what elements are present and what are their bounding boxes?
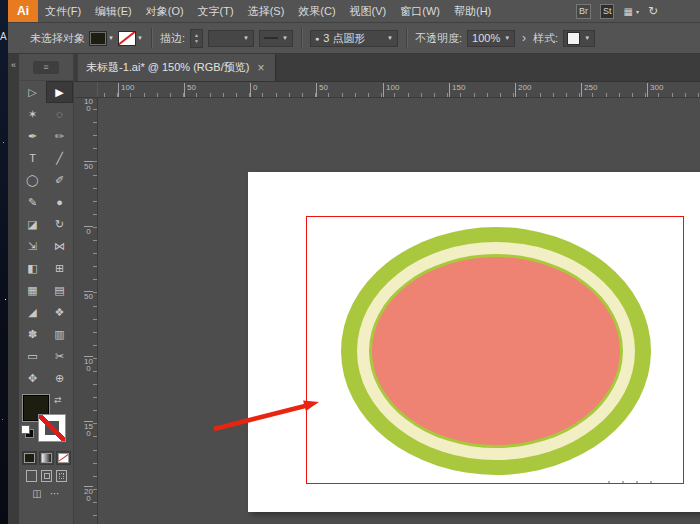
page-tiling-dot [650,481,652,483]
menu-window[interactable]: 窗口(W) [393,0,447,22]
menu-object[interactable]: 对象(O) [139,0,191,22]
stroke-swatch[interactable] [39,415,65,441]
watermelon-flesh-ellipse[interactable] [369,254,623,448]
blob-brush-tool[interactable]: ● [46,191,73,213]
fill-color-control[interactable]: ▼ [90,32,114,45]
toolbar-bottom: ◫ ⋯ [19,488,73,499]
swap-fill-stroke-icon[interactable]: ⇄ [54,395,62,405]
bridge-button[interactable]: Br [576,4,591,19]
workspace-grid-icon: ▦ [623,6,632,17]
draw-normal-button[interactable] [26,470,37,482]
symbol-sprayer-tool[interactable]: ✽ [19,323,46,345]
eyedropper-tool[interactable]: ◢ [19,301,46,323]
menu-effect[interactable]: 效果(C) [291,0,342,22]
opacity-combo[interactable]: 100% ▼ [467,30,515,47]
chevron-down-icon: ▾ [636,8,639,15]
workspace-switcher[interactable]: ▦ ▾ [623,6,638,17]
pencil-tool[interactable]: ✎ [19,191,46,213]
menu-type[interactable]: 文字(T) [191,0,241,22]
line-segment-tool[interactable]: ╱ [46,147,73,169]
color-button[interactable] [22,451,37,465]
zoom-tool[interactable]: ⊕ [46,367,73,389]
h-ruler-label: 100 [383,83,399,97]
draw-inside-button[interactable] [56,470,67,482]
perspective-grid-tool[interactable]: ⊞ [46,257,73,279]
none-button[interactable] [56,451,71,465]
brush-definition-combo[interactable]: ● 3 点圆形 ▼ [310,30,398,47]
ruler-ticks [93,109,97,524]
lasso-tool[interactable]: ◌ [46,103,73,125]
column-graph-tool[interactable]: ▥ [46,323,73,345]
menu-select[interactable]: 选择(S) [241,0,292,22]
horizontal-ruler[interactable]: 100 50 0 50 100 150 200 250 300 [98,82,700,97]
gradient-button[interactable] [39,451,54,465]
draw-behind-button[interactable] [41,470,52,482]
pen-tool[interactable]: ✒ [19,125,46,147]
stroke-weight-combo[interactable]: ▼ [208,30,254,47]
collapse-chevron-icon[interactable]: « [11,60,16,70]
mesh-tool[interactable]: ▦ [19,279,46,301]
app-logo: Ai [8,0,38,22]
shape-builder-tool[interactable]: ◧ [19,257,46,279]
blend-tool[interactable]: ❖ [46,301,73,323]
stock-button[interactable]: St [600,4,615,19]
color-icon [24,453,35,463]
scale-tool[interactable]: ⇲ [19,235,46,257]
brush-dot-icon: ● [315,30,319,47]
control-bar: 未选择对象 ▼ ▼ 描边: ▲ ▼ ▼ ▼ ● 3 点圆形 ▼ 不透明 [8,23,700,54]
tools-grid: ▷ ▶ ✶ ◌ ✒ ✏ T ╱ ◯ ✐ ✎ ● ◪ ↻ ⇲ ⋈ ◧ [19,81,73,389]
chevron-down-icon: ▼ [243,35,249,41]
fill-color-swatch[interactable] [90,32,106,45]
h-ruler-label: 150 [449,83,465,97]
change-screen-mode-button[interactable]: ◫ [32,488,41,499]
toolbar-header[interactable]: ≡ [19,54,73,81]
curvature-tool[interactable]: ✏ [46,125,73,147]
cc-sync-icon[interactable]: ↻ [648,4,658,18]
menu-edit[interactable]: 编辑(E) [88,0,139,22]
canvas[interactable] [98,98,700,524]
variable-width-profile-combo[interactable]: ▼ [259,30,293,47]
stroke-color-swatch[interactable] [119,32,135,45]
eraser-tool[interactable]: ◪ [19,213,46,235]
menu-file[interactable]: 文件(F) [38,0,88,22]
none-icon [58,453,69,463]
brush-name: 3 点圆形 [323,31,365,46]
opacity-label: 不透明度: [415,31,462,46]
menu-view[interactable]: 视图(V) [343,0,394,22]
h-ruler-label: 100 [118,83,134,97]
rotate-tool[interactable]: ↻ [46,213,73,235]
chevron-down-icon: ▼ [282,35,288,41]
gradient-icon [41,453,52,463]
chevron-down-icon: ▼ [584,35,590,41]
color-mode-buttons [19,451,73,465]
vertical-ruler[interactable]: 100 50 0 50 100 150 200 [74,98,98,524]
paintbrush-tool[interactable]: ✐ [46,169,73,191]
stroke-weight-stepper[interactable]: ▲ ▼ [190,29,203,48]
direct-selection-tool[interactable]: ▶ [46,81,73,103]
dock-collapse-strip[interactable]: « [8,54,19,524]
artboard-tool[interactable]: ▭ [19,345,46,367]
opacity-value: 100% [472,32,500,44]
stepper-down-icon[interactable]: ▼ [194,39,199,44]
toolbar-overflow-button[interactable]: ⋯ [50,488,60,499]
v-ruler-label: 50 [84,291,93,300]
selection-tool[interactable]: ▷ [19,81,46,103]
type-tool[interactable]: T [19,147,46,169]
hand-tool[interactable]: ✥ [19,367,46,389]
magic-wand-tool[interactable]: ✶ [19,103,46,125]
ellipse-tool[interactable]: ◯ [19,169,46,191]
stroke-color-control[interactable]: ▼ [119,32,143,45]
close-icon[interactable]: × [257,61,264,75]
stepper-up-icon[interactable]: ▲ [194,33,199,38]
slice-tool[interactable]: ✂ [46,345,73,367]
opacity-more-button[interactable]: › [520,31,528,45]
style-combo[interactable]: ▼ [563,30,595,47]
width-tool[interactable]: ⋈ [46,235,73,257]
default-fill-stroke-icon[interactable] [22,426,29,433]
document-tab[interactable]: 未标题-1.ai* @ 150% (RGB/预览) × [78,54,276,81]
ruler-corner[interactable] [74,82,98,97]
h-ruler-label: 50 [316,83,328,97]
menu-help[interactable]: 帮助(H) [447,0,498,22]
gradient-tool[interactable]: ▤ [46,279,73,301]
style-label: 样式: [533,31,558,46]
